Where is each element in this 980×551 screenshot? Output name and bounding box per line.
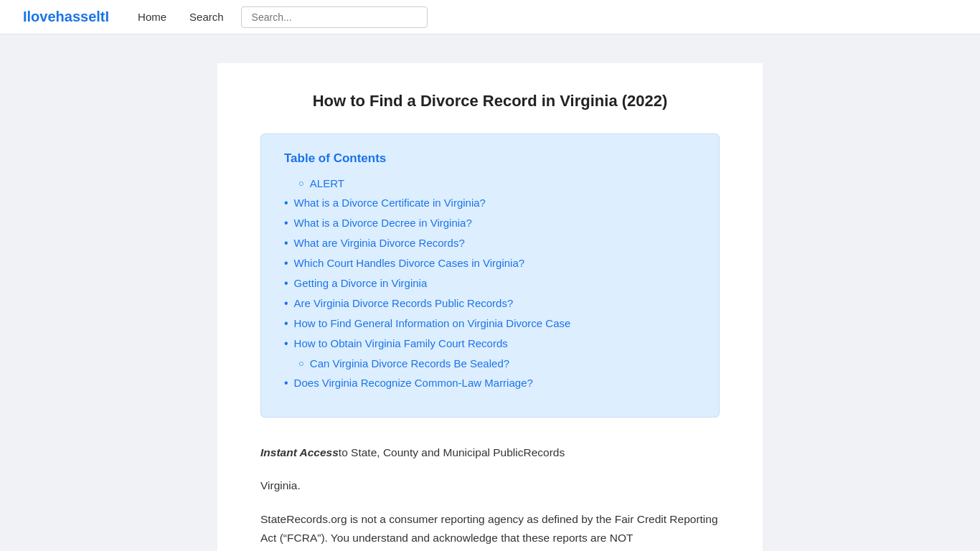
navbar: IlovehasseltI Home Search	[0, 0, 980, 34]
toc-item-getting: Getting a Divorce in Virginia	[284, 277, 696, 290]
intro-paragraph: Instant Accessto State, County and Munic…	[260, 443, 720, 462]
toc-link-alert[interactable]: ALERT	[310, 177, 344, 189]
nav-links: Home Search	[138, 11, 224, 23]
toc-item-alert: ALERT	[284, 177, 696, 189]
toc-item-certificate: What is a Divorce Certificate in Virgini…	[284, 197, 696, 209]
paragraph-disclaimer: StateRecords.org is not a consumer repor…	[260, 510, 720, 548]
toc-item-records: What are Virginia Divorce Records?	[284, 237, 696, 250]
toc-item-general: How to Find General Information on Virgi…	[284, 317, 696, 330]
search-bar	[241, 6, 428, 28]
toc-item-court: Which Court Handles Divorce Cases in Vir…	[284, 257, 696, 270]
intro-continuation: to State, County and Municipal PublicRec…	[339, 446, 565, 458]
search-input[interactable]	[241, 6, 428, 28]
page-wrapper: How to Find a Divorce Record in Virginia…	[0, 34, 980, 551]
toc-item-decree: What is a Divorce Decree in Virginia?	[284, 217, 696, 230]
toc-link-common-law[interactable]: Does Virginia Recognize Common-Law Marri…	[294, 377, 533, 389]
toc-item-family-court: How to Obtain Virginia Family Court Reco…	[284, 337, 696, 350]
intro-italic: Instant Access	[260, 446, 339, 458]
toc-link-public[interactable]: Are Virginia Divorce Records Public Reco…	[294, 297, 514, 309]
content-container: How to Find a Divorce Record in Virginia…	[217, 63, 763, 551]
toc-item-sealed: Can Virginia Divorce Records Be Sealed?	[284, 357, 696, 369]
toc-link-records[interactable]: What are Virginia Divorce Records?	[294, 237, 465, 249]
page-title: How to Find a Divorce Record in Virginia…	[260, 92, 720, 110]
toc-link-certificate[interactable]: What is a Divorce Certificate in Virgini…	[294, 197, 486, 209]
toc-box: Table of Contents ALERT What is a Divorc…	[260, 133, 720, 418]
toc-heading: Table of Contents	[284, 151, 696, 166]
nav-home[interactable]: Home	[138, 11, 166, 23]
paragraph-virginia: Virginia.	[260, 476, 720, 495]
brand-logo[interactable]: IlovehasseltI	[23, 9, 109, 25]
toc-link-court[interactable]: Which Court Handles Divorce Cases in Vir…	[294, 257, 525, 269]
toc-item-common-law: Does Virginia Recognize Common-Law Marri…	[284, 377, 696, 390]
toc-link-getting[interactable]: Getting a Divorce in Virginia	[294, 277, 428, 289]
toc-link-general[interactable]: How to Find General Information on Virgi…	[294, 317, 571, 329]
nav-search[interactable]: Search	[189, 11, 224, 23]
toc-list: ALERT What is a Divorce Certificate in V…	[284, 177, 696, 390]
toc-item-public: Are Virginia Divorce Records Public Reco…	[284, 297, 696, 310]
toc-link-decree[interactable]: What is a Divorce Decree in Virginia?	[294, 217, 472, 229]
toc-link-family-court[interactable]: How to Obtain Virginia Family Court Reco…	[294, 337, 508, 349]
toc-link-sealed[interactable]: Can Virginia Divorce Records Be Sealed?	[310, 357, 509, 369]
